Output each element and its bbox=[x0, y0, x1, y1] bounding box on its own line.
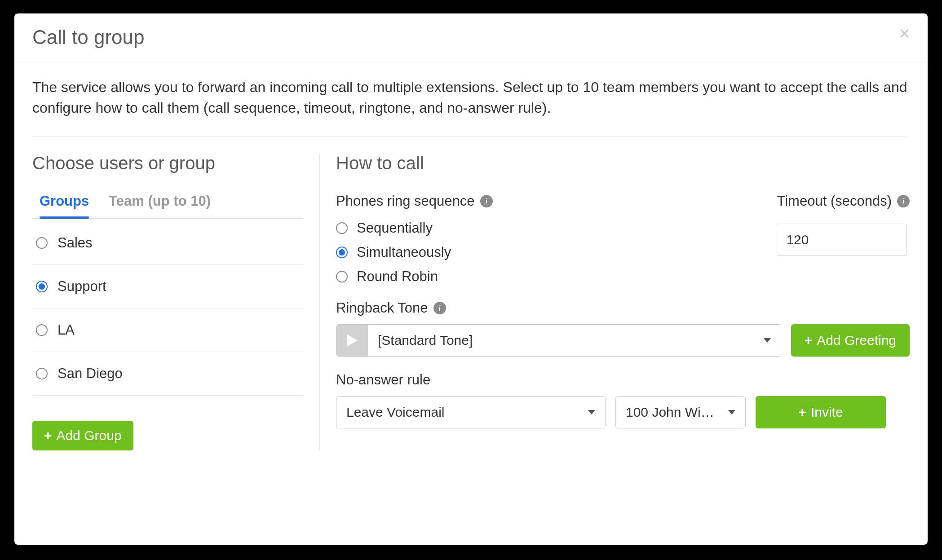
modal-title: Call to group bbox=[32, 26, 144, 49]
no-answer-rule-select[interactable]: Leave Voicemail bbox=[336, 396, 606, 428]
radio-icon bbox=[336, 222, 348, 234]
radio-icon bbox=[36, 324, 48, 336]
no-answer-extension-select[interactable]: 100 John Wi… bbox=[615, 396, 746, 428]
how-to-call-heading: How to call bbox=[336, 153, 910, 173]
group-label: San Diego bbox=[57, 366, 123, 382]
radio-icon bbox=[36, 281, 48, 292]
timeout-block: Timeout (seconds) i bbox=[777, 193, 910, 300]
choose-users-panel: Choose users or group Groups Team (up to… bbox=[32, 153, 320, 450]
sequence-option-round-robin[interactable]: Round Robin bbox=[336, 269, 493, 285]
ringback-select-group: [Standard Tone] bbox=[336, 324, 781, 357]
modal-description: The service allows you to forward an inc… bbox=[32, 77, 910, 137]
group-label: Sales bbox=[57, 235, 93, 251]
user-group-tabs: Groups Team (up to 10) bbox=[32, 193, 303, 219]
group-item-la[interactable]: LA bbox=[32, 309, 303, 352]
ringback-label: Ringback Tone i bbox=[336, 300, 910, 316]
ringback-select[interactable]: [Standard Tone] bbox=[368, 325, 781, 356]
choose-users-heading: Choose users or group bbox=[32, 153, 303, 173]
plus-icon: + bbox=[44, 429, 52, 442]
chevron-down-icon bbox=[588, 410, 595, 414]
invite-button[interactable]: + Invite bbox=[756, 396, 886, 428]
ring-sequence-label: Phones ring sequence i bbox=[336, 193, 493, 209]
group-list: Sales Support LA San Diego bbox=[32, 221, 303, 396]
info-icon[interactable]: i bbox=[433, 302, 446, 314]
plus-icon: + bbox=[798, 406, 806, 419]
timeout-label: Timeout (seconds) i bbox=[777, 193, 910, 209]
close-icon[interactable]: × bbox=[899, 24, 910, 42]
tab-team[interactable]: Team (up to 10) bbox=[109, 193, 211, 218]
play-button[interactable] bbox=[336, 325, 368, 356]
group-label: Support bbox=[57, 278, 106, 295]
ring-sequence-options: Sequentially Simultaneously Round Robin bbox=[336, 220, 493, 285]
group-item-support[interactable]: Support bbox=[32, 265, 303, 309]
chevron-down-icon bbox=[764, 338, 771, 343]
modal-body: The service allows you to forward an inc… bbox=[14, 62, 928, 468]
info-icon[interactable]: i bbox=[897, 195, 910, 207]
radio-icon bbox=[36, 368, 48, 379]
no-answer-label: No-answer rule bbox=[336, 372, 910, 388]
svg-marker-0 bbox=[347, 334, 358, 347]
group-label: LA bbox=[57, 322, 75, 338]
timeout-input[interactable] bbox=[777, 224, 907, 256]
add-group-button[interactable]: + Add Group bbox=[32, 421, 133, 450]
plus-icon: + bbox=[805, 334, 813, 347]
modal-header: Call to group × bbox=[14, 13, 928, 62]
sequence-option-simultaneously[interactable]: Simultaneously bbox=[336, 244, 493, 260]
radio-icon bbox=[336, 247, 348, 258]
group-item-san-diego[interactable]: San Diego bbox=[32, 352, 303, 396]
sequence-option-sequentially[interactable]: Sequentially bbox=[336, 220, 493, 236]
radio-icon bbox=[36, 237, 48, 249]
how-to-call-panel: How to call Phones ring sequence i Seque… bbox=[320, 153, 910, 450]
radio-icon bbox=[336, 271, 348, 282]
group-item-sales[interactable]: Sales bbox=[32, 221, 303, 265]
ring-sequence-block: Phones ring sequence i Sequentially bbox=[336, 193, 493, 300]
chevron-down-icon bbox=[728, 410, 735, 414]
call-to-group-modal: Call to group × The service allows you t… bbox=[14, 13, 928, 545]
play-icon bbox=[347, 334, 358, 347]
tab-groups[interactable]: Groups bbox=[40, 193, 89, 218]
add-group-label: Add Group bbox=[57, 429, 122, 442]
info-icon[interactable]: i bbox=[480, 195, 493, 207]
add-greeting-button[interactable]: + Add Greeting bbox=[791, 324, 910, 357]
